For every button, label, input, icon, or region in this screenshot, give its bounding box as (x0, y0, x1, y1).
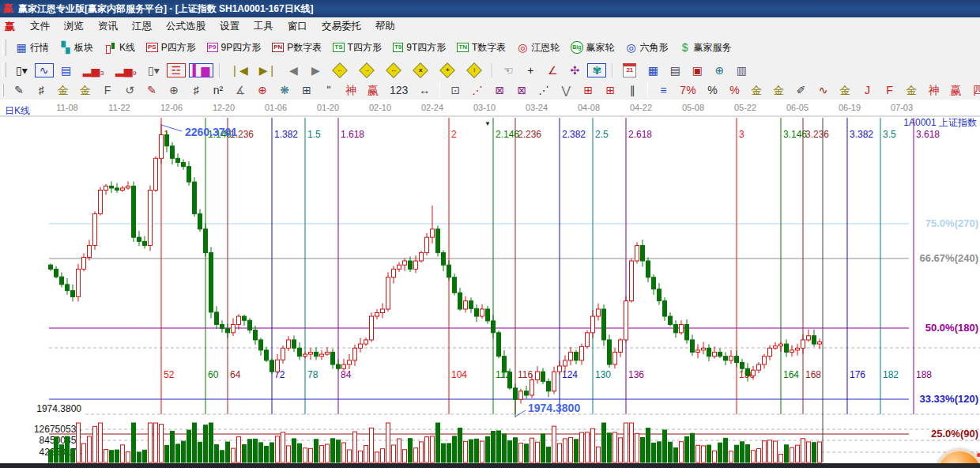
gann-web-boxed-button[interactable]: ⊞ (296, 82, 317, 98)
gold-lines-button[interactable]: 金 (769, 82, 790, 98)
hexagon-button[interactable]: ◎六角形 (621, 39, 673, 57)
fan-lines-button[interactable]: ⋰ (467, 82, 488, 98)
percent-retrace-button[interactable]: 7% (675, 82, 700, 98)
crosshair-cycle-button[interactable]: ⊕ (252, 82, 273, 98)
gold-ratio-ruler-button[interactable]: 金 (53, 82, 74, 98)
winner-service-button[interactable]: $赢家服务 (675, 39, 737, 57)
angle-measure-tool-button[interactable]: ∠ (542, 62, 563, 78)
gann-shift-right-button[interactable]: → (354, 61, 379, 80)
shen-ruler-button[interactable]: 神 (341, 82, 361, 98)
cycle-ruler-button[interactable]: ⊕ (164, 82, 184, 98)
menu-trade[interactable]: 交易委托 (315, 18, 368, 35)
web-sync-button[interactable]: ⊕ (709, 62, 729, 78)
t-square-button[interactable]: TST四方形 (328, 39, 386, 57)
gann-horizontal-button[interactable]: ↔ (381, 61, 406, 80)
fan-lines-boxed-button[interactable]: ⊠ (489, 82, 510, 98)
menu-help[interactable]: 帮助 (368, 18, 402, 35)
volume-view-button[interactable]: ▍▆ (188, 62, 215, 78)
ink-brush-button[interactable]: ✐ (791, 82, 812, 98)
fib-ruler-button[interactable]: F (97, 82, 118, 98)
kline-period-dropdown-button[interactable]: ▯▾ (11, 62, 32, 78)
ying-ruler-button[interactable]: 赢 (363, 82, 383, 98)
compress-view-button[interactable]: ☲ (166, 62, 187, 78)
menu-gann[interactable]: 江恩 (125, 18, 159, 35)
volume-bar (558, 443, 562, 462)
candle-body (475, 308, 479, 316)
j-angle-button[interactable]: J (858, 82, 878, 98)
wave-ruler-button[interactable]: ∿ (813, 82, 834, 98)
p-number-table-button[interactable]: PNP数字表 (267, 39, 326, 57)
smart-analysis-tool-button[interactable]: ✾ (586, 62, 607, 78)
f10-info-button[interactable]: ▤ (56, 62, 77, 78)
menu-window[interactable]: 窗口 (281, 18, 315, 35)
chart-area[interactable]: 11-0811-2212-0612-2001-0601-2002-1002-24… (0, 100, 980, 468)
red-grid-button[interactable]: ⊞ (578, 82, 598, 98)
9t-square-button[interactable]: T99T四方形 (388, 39, 450, 57)
gold-angle-button[interactable]: 金 (902, 82, 922, 98)
gold-box-button[interactable]: 金 (835, 82, 856, 98)
menu-formula-picker[interactable]: 公式选股 (159, 18, 213, 35)
menu-file[interactable]: 文件 (23, 18, 57, 35)
gann-vertical-button[interactable]: ↕ (462, 61, 487, 80)
gann-web-button[interactable]: ❋ (274, 82, 295, 98)
gold-ratio-ruler-2-button[interactable]: 金 (75, 82, 96, 98)
p-square-button[interactable]: PSP四方形 (141, 39, 201, 57)
f-angle-button[interactable]: F (880, 82, 900, 98)
9p-square-button[interactable]: P99P四方形 (202, 39, 266, 57)
marker-pen-button[interactable]: ✎ (141, 82, 162, 98)
ying-angle-button[interactable]: 赢 (946, 82, 967, 98)
v-waves-button[interactable]: ⋁ (556, 82, 576, 98)
red-grid-2-button[interactable]: ⊞ (600, 82, 620, 98)
minute-3-chart-button[interactable]: ▂▅₃ (78, 62, 109, 78)
date-tick-label: 04-22 (630, 103, 652, 112)
bar-count-ruler-button[interactable]: ♯ (186, 82, 206, 98)
menu-browse[interactable]: 浏览 (57, 18, 91, 35)
spiral-tool-button[interactable]: ↺ (119, 82, 140, 98)
menu-news[interactable]: 资讯 (91, 18, 125, 35)
square-of-nine-ruler-button[interactable]: n² (208, 82, 228, 98)
zigzag-view-button[interactable]: ∿ (34, 62, 55, 78)
sectors-button[interactable]: ▚板块 (55, 39, 98, 57)
box-measure-button[interactable]: ⊡ (445, 82, 466, 98)
menu-settings[interactable]: 设置 (213, 18, 247, 35)
calculator-button[interactable]: ▦ (643, 62, 663, 78)
quotes-button[interactable]: ▦行情 (11, 39, 54, 57)
numbered-ruler-button[interactable]: 123 (385, 82, 413, 98)
span-arrow-ruler-button[interactable]: ↔ (414, 82, 435, 98)
parallel-lines-button[interactable]: ∥ (622, 82, 643, 98)
nav-first-button[interactable]: ❘◀ (225, 62, 253, 78)
save-button[interactable]: ▣ (687, 62, 707, 78)
calendar-button[interactable]: 21 (618, 61, 641, 80)
gann-shape-tool-button[interactable]: ✣ (564, 62, 585, 78)
candle-style-dropdown-button[interactable]: ▯▾ (143, 62, 164, 78)
pencil-fan-button[interactable]: ⋰ (533, 82, 554, 98)
t-number-table-button[interactable]: TNT数字表 (452, 39, 511, 57)
shen-angle-button[interactable]: 神 (924, 82, 944, 98)
menu-tools[interactable]: 工具 (247, 18, 281, 35)
si-angle-button[interactable]: 四 (968, 82, 980, 98)
gann-cross-button[interactable]: + (435, 61, 460, 80)
price-ladder-button[interactable]: ≡ (653, 82, 673, 98)
hand-tool-button[interactable]: ☜ (498, 62, 518, 78)
memo-notes-button[interactable]: ▤ (665, 62, 685, 78)
gann-shift-left-button[interactable]: ← (327, 61, 352, 80)
minute-9-chart-button[interactable]: ▂▅₉ (111, 62, 141, 78)
time-ruler-button[interactable]: ♯ (31, 82, 51, 98)
workstation-button[interactable]: ▥ (731, 62, 752, 78)
nav-last-button[interactable]: ▶❘ (254, 62, 282, 78)
gold-circle-button[interactable]: 金 (747, 82, 767, 98)
angle-ruler-button[interactable]: ∡ (230, 82, 251, 98)
kline-chart-canvas[interactable]: 11-0811-2212-0612-2001-0601-2002-1002-24… (0, 100, 980, 468)
gann-wheel-button[interactable]: ◎江恩轮 (512, 39, 564, 57)
winner-wheel-button[interactable]: Big赢家轮 (566, 39, 619, 57)
crosshair-tool-button[interactable]: + (520, 62, 541, 78)
draw-pen-button[interactable]: ✎ (9, 82, 29, 98)
nav-prev-button[interactable]: ◀ (283, 62, 303, 78)
quote-mark-tool-button[interactable]: ʺ (318, 82, 339, 98)
percent-line-button[interactable]: % (725, 82, 745, 98)
kline-button[interactable]: K线 (100, 39, 140, 57)
gann-diagonal-button[interactable]: x (408, 61, 433, 80)
fan-lines-boxed-2-button[interactable]: ⊠ (511, 82, 532, 98)
nav-next-button[interactable]: ▶ (305, 62, 326, 78)
percent-tool-button[interactable]: % (703, 82, 723, 98)
